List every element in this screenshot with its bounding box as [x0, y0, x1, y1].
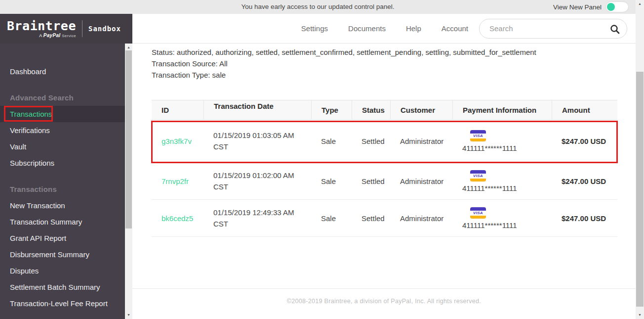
type-cell: Sale [311, 137, 352, 145]
scroll-down-icon[interactable]: ▼ [636, 312, 644, 318]
table-row[interactable]: 7rnvp2fr 01/15/2019 01:02:00 AM CST Sale… [152, 163, 617, 200]
filter-source-line: Transaction Source: All [152, 58, 536, 69]
search-criteria-summary: Status: authorized, authorizing, settled… [152, 46, 536, 81]
nav-link-settings[interactable]: Settings [301, 24, 328, 33]
visa-card-top [470, 207, 486, 211]
braintree-logo[interactable]: Braintree A PayPal Service [7, 20, 76, 38]
payment-cell: VISA 411111******1111 [452, 207, 552, 229]
tagline-suffix: Service [62, 34, 76, 38]
transactions-table: ID Transaction Date Type Status Customer… [152, 100, 617, 237]
nav-link-help[interactable]: Help [406, 24, 421, 33]
amount-cell: $247.00 USD [552, 137, 617, 145]
amount-cell: $247.00 USD [552, 177, 617, 185]
column-header-transaction-date: Transaction Date [203, 100, 311, 119]
sidebar-item-grant-api-report[interactable]: Grant API Report [0, 230, 125, 246]
sidebar-item-disputes[interactable]: Disputes [0, 263, 125, 279]
sidebar-section-advanced-search: Advanced Search [0, 90, 125, 106]
view-new-panel-toggle[interactable] [606, 2, 628, 12]
scroll-down-icon[interactable]: ▼ [125, 312, 132, 318]
page-scrollbar[interactable]: ▲ ▼ [636, 0, 644, 319]
sidebar-item-transactions-search[interactable]: Transactions [0, 106, 125, 122]
braintree-logo-text: Braintree [7, 20, 76, 32]
visa-card-bottom [470, 216, 486, 219]
filter-type-line: Transaction Type: sale [152, 69, 536, 81]
table-row[interactable]: g3n3fk7v 01/15/2019 01:03:05 AM CST Sale… [152, 120, 617, 163]
logo-divider [82, 20, 82, 37]
paypal-service-tagline: A PayPal Service [7, 33, 76, 38]
table-header-row: ID Transaction Date Type Status Customer… [152, 100, 617, 120]
tagline-paypal: PayPal [43, 33, 61, 38]
sidebar-item-disbursement-summary[interactable]: Disbursement Summary [0, 246, 125, 263]
scroll-up-icon[interactable]: ▲ [125, 45, 132, 50]
transaction-id-link[interactable]: g3n3fk7v [161, 137, 192, 145]
early-access-banner: You have early access to our updated con… [0, 0, 636, 14]
visa-card-icon: VISA [470, 170, 486, 182]
transaction-id-link[interactable]: bk6cedz5 [161, 214, 193, 223]
copyright-text: ©2008-2019 Braintree, a division of PayP… [132, 298, 636, 305]
column-header-id: ID [152, 100, 203, 119]
sidebar-item-dashboard[interactable]: Dashboard [0, 63, 125, 80]
transaction-date-cell: 01/15/2019 12:49:33 AM CST [203, 207, 311, 229]
sidebar-item-transaction-level-fee-report[interactable]: Transaction-Level Fee Report [0, 295, 125, 312]
type-cell: Sale [311, 177, 352, 185]
transaction-id-link[interactable]: 7rnvp2fr [161, 177, 189, 185]
top-navigation: Settings Documents Help Account [132, 14, 636, 44]
sidebar: Dashboard Advanced Search Transactions V… [0, 44, 125, 319]
sidebar-item-new-transaction[interactable]: New Transaction [0, 197, 125, 214]
visa-brand-text: VISA [470, 211, 486, 216]
main-content: Status: authorized, authorizing, settled… [132, 44, 636, 319]
visa-card-top [470, 130, 486, 134]
column-header-payment-information: Payment Information [452, 100, 552, 119]
sidebar-item-label: Transactions [10, 110, 52, 118]
status-cell: Settled [352, 137, 390, 145]
visa-card-bottom [470, 138, 486, 141]
search-box[interactable] [479, 19, 627, 39]
sidebar-scrollbar-thumb[interactable] [125, 50, 132, 228]
status-cell: Settled [352, 177, 390, 185]
search-icon[interactable] [610, 24, 620, 34]
transaction-date-cell: 01/15/2019 01:02:00 AM CST [203, 170, 311, 192]
sidebar-item-vault[interactable]: Vault [0, 138, 125, 155]
page-scrollbar-thumb[interactable] [636, 72, 644, 307]
column-header-amount: Amount [552, 100, 617, 119]
brand-header: Braintree A PayPal Service Sandbox [0, 14, 132, 44]
tagline-prefix: A [39, 33, 42, 38]
transaction-date-cell: 01/15/2019 01:03:05 AM CST [203, 130, 311, 152]
masked-card-number: 411111******1111 [462, 144, 517, 152]
column-header-customer: Customer [390, 100, 452, 119]
footer-divider [132, 288, 636, 289]
sidebar-item-subscriptions[interactable]: Subscriptions [0, 155, 125, 171]
masked-card-number: 411111******1111 [462, 184, 517, 192]
view-new-panel-control: View New Panel [553, 0, 628, 14]
banner-message: You have early access to our updated con… [0, 0, 636, 14]
column-header-type: Type [311, 100, 352, 119]
column-header-status: Status [352, 100, 390, 119]
sidebar-scrollbar[interactable]: ▲ ▼ [125, 44, 132, 319]
visa-brand-text: VISA [470, 174, 486, 179]
payment-cell: VISA 411111******1111 [452, 130, 552, 152]
sidebar-item-verifications[interactable]: Verifications [0, 122, 125, 138]
customer-cell: Administrator [390, 214, 452, 223]
nav-link-account[interactable]: Account [442, 24, 468, 33]
payment-cell: VISA 411111******1111 [452, 170, 552, 192]
sidebar-item-settlement-batch-summary[interactable]: Settlement Batch Summary [0, 279, 125, 295]
sidebar-item-transaction-summary[interactable]: Transaction Summary [0, 214, 125, 230]
filter-status-line: Status: authorized, authorizing, settled… [152, 46, 536, 58]
visa-card-top [470, 170, 486, 174]
nav-link-documents[interactable]: Documents [348, 24, 386, 33]
environment-label: Sandbox [88, 25, 121, 33]
amount-cell: $247.00 USD [552, 214, 617, 223]
masked-card-number: 411111******1111 [462, 221, 517, 229]
toggle-knob-icon [607, 3, 615, 11]
customer-cell: Administrator [390, 137, 452, 145]
view-new-panel-label: View New Panel [553, 3, 602, 11]
search-input[interactable] [489, 24, 603, 33]
scroll-up-icon[interactable]: ▲ [636, 1, 644, 7]
status-cell: Settled [352, 214, 390, 223]
visa-card-icon: VISA [470, 130, 486, 141]
visa-brand-text: VISA [470, 134, 486, 138]
visa-card-bottom [470, 179, 486, 182]
type-cell: Sale [311, 214, 352, 223]
table-row[interactable]: bk6cedz5 01/15/2019 12:49:33 AM CST Sale… [152, 200, 617, 237]
sidebar-section-transactions: Transactions [0, 181, 125, 197]
